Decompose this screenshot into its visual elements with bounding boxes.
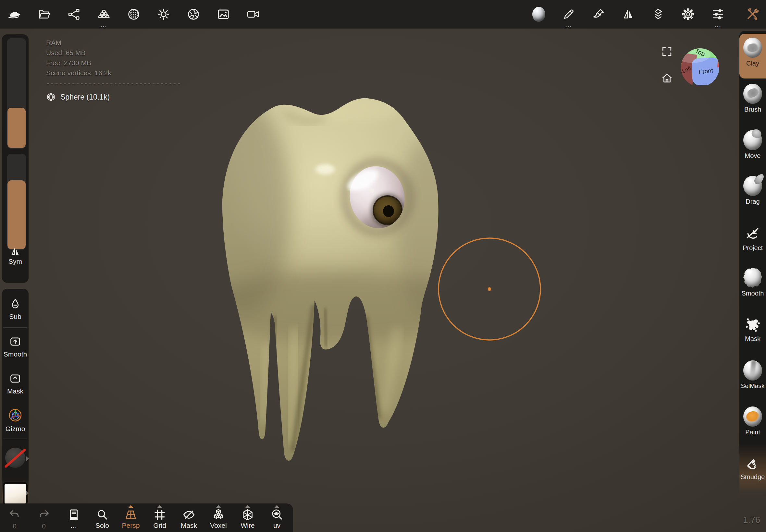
history-button[interactable]: … <box>59 503 88 532</box>
history-book-icon <box>67 508 80 522</box>
stroke-pencil-icon[interactable]: … <box>562 8 575 21</box>
scene-graph-icon[interactable] <box>67 8 80 21</box>
tool-drag[interactable]: Drag <box>739 176 766 205</box>
panel-divider <box>3 327 27 328</box>
redo-button[interactable]: 0 <box>29 503 58 532</box>
stats-title: RAM <box>46 38 181 48</box>
stats-used: Used: 65 MB <box>46 48 181 58</box>
bottom-toolbar: 0 0 … Solo Persp <box>0 503 293 532</box>
scene-item-label: Sphere (10.1k) <box>60 93 110 102</box>
symmetry-toggle[interactable]: Sym <box>2 246 29 265</box>
mask-button[interactable]: Mask <box>2 372 29 395</box>
tool-paint[interactable]: Paint <box>739 406 766 436</box>
background-image-icon[interactable] <box>217 8 230 21</box>
redo-count: 0 <box>42 522 46 530</box>
smooth-button[interactable]: Smooth <box>2 335 29 358</box>
color-swatch-white <box>3 482 28 505</box>
quick-actions-panel: Sub Smooth Mask Gizmo <box>2 289 29 505</box>
tools-panel: Clay Brush Move Drag Project Smooth <box>739 31 766 495</box>
sub-button[interactable]: Sub <box>2 298 29 320</box>
stats-separator: -------------------------------- <box>46 80 181 88</box>
brush-intensity-fill <box>7 180 26 249</box>
mask-visibility-toggle[interactable]: Mask <box>174 503 203 532</box>
color-slot-expand-arrow[interactable] <box>26 490 29 496</box>
gizmo-label: Gizmo <box>6 425 25 433</box>
files-folder-icon[interactable] <box>38 8 51 21</box>
grid-toggle[interactable]: Grid <box>145 503 174 532</box>
voxel-cubes-icon <box>212 508 225 522</box>
selmask-tool-icon <box>743 360 762 381</box>
voxel-remesh-button[interactable]: Voxel <box>204 503 233 532</box>
undo-count: 0 <box>13 522 17 530</box>
orientation-cube[interactable]: Top Left Front <box>680 47 721 88</box>
tool-smooth[interactable]: Smooth <box>739 268 766 297</box>
uv-magnifier-eye-icon <box>270 508 284 522</box>
undo-button[interactable]: 0 <box>0 503 29 532</box>
redo-icon <box>37 508 50 522</box>
brush-intensity-slider[interactable] <box>7 154 26 250</box>
multires-more-dots: … <box>100 23 108 27</box>
paint-tool-icon <box>743 406 762 427</box>
scene-item-sphere[interactable]: Sphere (10.1k) <box>46 92 181 102</box>
tool-brush[interactable]: Brush <box>739 84 766 113</box>
material-slot-button[interactable] <box>2 447 29 468</box>
lighting-sun-icon[interactable] <box>157 8 170 21</box>
tool-mask[interactable]: Mask <box>739 316 766 343</box>
tool-clay[interactable]: Clay <box>739 38 766 67</box>
interface-sliders-icon[interactable]: … <box>711 8 724 21</box>
solo-toggle[interactable]: Solo <box>88 503 117 532</box>
grid-frame-icon <box>153 508 166 522</box>
memory-stats: RAM Used: 65 MB Free: 2730 MB Scene vert… <box>46 38 181 102</box>
tool-smudge[interactable]: Smudge <box>739 454 766 481</box>
wireframe-icon <box>241 508 254 522</box>
gizmo-button[interactable]: Gizmo <box>2 408 29 433</box>
icosahedron-icon <box>46 92 56 102</box>
material-sphere-icon[interactable] <box>532 8 545 21</box>
mask-tool-icon <box>744 316 761 333</box>
gizmo-icon <box>8 408 22 422</box>
clay-tool-icon <box>743 38 762 58</box>
symmetry-mirror-icon[interactable] <box>622 8 635 21</box>
camera-video-icon[interactable] <box>247 8 260 21</box>
postprocess-aperture-icon[interactable] <box>187 8 200 21</box>
eye-slash-icon <box>182 508 196 522</box>
tool-selmask[interactable]: SelMask <box>739 360 766 390</box>
app-version: 1.76 <box>743 515 760 525</box>
multires-layers-icon[interactable]: … <box>97 8 110 21</box>
home-view-icon[interactable] <box>661 72 673 84</box>
material-slot-expand-arrow[interactable] <box>26 456 29 461</box>
persp-toggle[interactable]: Persp <box>116 503 145 532</box>
brush-sliders-panel: Sym <box>2 34 29 283</box>
tool-move[interactable]: Move <box>739 130 766 160</box>
brush-tool-icon <box>743 84 762 104</box>
layers-stack-icon[interactable] <box>652 8 665 21</box>
sub-label: Sub <box>9 313 21 320</box>
paint-brush-icon[interactable] <box>592 8 605 21</box>
history-more-dots: … <box>70 522 77 529</box>
project-tool-icon <box>745 224 761 242</box>
solo-magnifier-icon <box>96 508 109 522</box>
brush-radius-slider[interactable] <box>7 38 26 149</box>
stroke-more-dots: … <box>565 23 573 27</box>
uv-button[interactable]: uv <box>262 503 291 532</box>
nomad-logo-icon[interactable] <box>8 8 21 21</box>
stats-vertices: Scene vertices: 16.2k <box>46 68 181 78</box>
debug-tools-wrench-icon[interactable] <box>746 8 759 21</box>
settings-gear-icon[interactable] <box>682 8 695 21</box>
drop-minus-icon <box>9 298 21 310</box>
fullscreen-icon[interactable] <box>661 45 673 58</box>
wireframe-toggle[interactable]: Wire <box>233 503 262 532</box>
undo-icon <box>8 508 21 522</box>
move-tool-icon <box>743 130 762 150</box>
topology-sphere-icon[interactable] <box>127 8 140 21</box>
smooth-label: Smooth <box>4 350 27 358</box>
tool-project[interactable]: Project <box>739 224 766 252</box>
stats-free: Free: 2730 MB <box>46 58 181 68</box>
persp-grid-icon <box>124 508 137 522</box>
smooth-tool-icon <box>743 268 762 288</box>
sym-label: Sym <box>2 258 29 265</box>
color-slot-button[interactable] <box>2 482 29 505</box>
grid-caret-icon <box>157 505 162 508</box>
wire-caret-icon <box>245 505 250 508</box>
nomad-sculpt-app: … … <box>0 0 766 532</box>
